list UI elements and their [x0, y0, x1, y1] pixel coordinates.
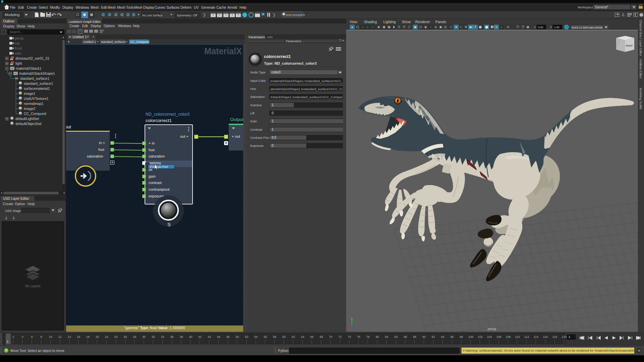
svg-text:persp: persp [488, 327, 496, 331]
svg-text:RIGHT: RIGHT [626, 45, 633, 47]
svg-text:y: y [350, 315, 352, 318]
